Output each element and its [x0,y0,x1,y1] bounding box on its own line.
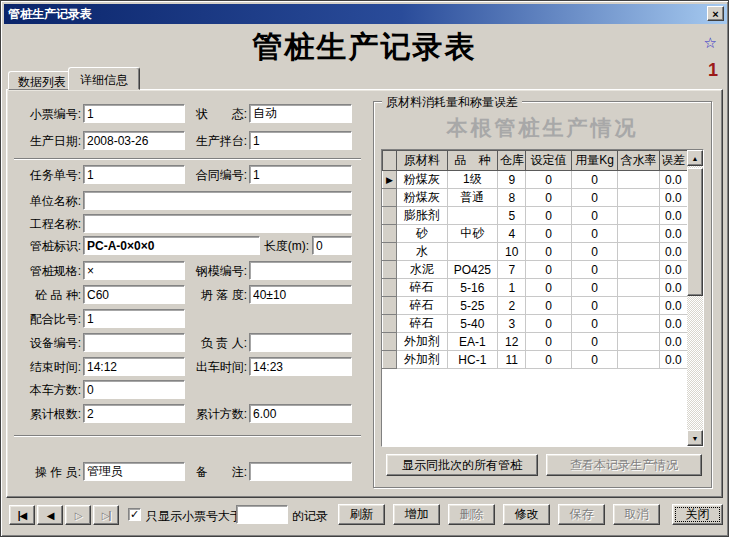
table-cell[interactable]: 0 [571,315,617,333]
table-row[interactable]: 水10000.0 [383,243,688,261]
operator-input[interactable] [83,462,185,481]
table-cell[interactable]: 1级 [447,171,497,189]
tab-detail-info[interactable]: 详细信息 [68,67,140,90]
table-cell[interactable]: 0.0 [659,279,687,297]
column-header[interactable]: 误差 [659,151,687,171]
row-selector[interactable] [383,279,397,297]
table-cell[interactable]: 外加剂 [397,351,447,369]
selected-row-pointer-icon[interactable]: ▶ [383,171,397,189]
table-row[interactable]: 水泥PO4257000.0 [383,261,688,279]
table-cell[interactable]: 0 [571,225,617,243]
refresh-button[interactable]: 刷新 [338,504,385,525]
remark-input[interactable] [249,462,352,481]
filter-value-input[interactable] [236,505,288,524]
scroll-up-button[interactable]: ▲ [687,150,703,166]
table-cell[interactable]: 0 [571,189,617,207]
row-selector[interactable] [383,297,397,315]
table-cell[interactable]: 0 [571,279,617,297]
table-cell[interactable] [618,261,659,279]
table-cell[interactable]: 0 [526,225,571,243]
row-selector[interactable] [383,351,397,369]
table-cell[interactable]: 粉煤灰 [397,189,447,207]
add-button[interactable]: 增加 [393,504,440,525]
end-time-input[interactable] [83,357,185,376]
nav-last-button[interactable]: ▷| [93,505,119,525]
table-cell[interactable]: 4 [498,225,526,243]
view-record-production-button[interactable]: 查看本记录生产情况 [546,454,702,476]
task-no-input[interactable] [83,165,185,184]
table-cell[interactable]: PO425 [447,261,497,279]
column-header[interactable]: 设定值 [526,151,571,171]
project-name-input[interactable] [83,214,352,233]
nav-first-button[interactable]: |◀ [9,505,35,525]
table-cell[interactable]: 12 [498,333,526,351]
concrete-type-input[interactable] [83,285,185,304]
table-cell[interactable]: 10 [498,243,526,261]
scroll-down-button[interactable]: ▼ [687,430,703,446]
table-cell[interactable]: 0.0 [659,171,687,189]
tab-data-list[interactable]: 数据列表 [8,71,76,90]
table-cell[interactable]: 0 [526,279,571,297]
table-cell[interactable]: 0 [571,261,617,279]
mold-no-input[interactable] [249,261,352,280]
table-cell[interactable]: 0 [571,333,617,351]
table-cell[interactable]: HC-1 [447,351,497,369]
table-row[interactable]: 碎石5-403000.0 [383,315,688,333]
mix-station-input[interactable] [249,131,352,150]
column-header[interactable]: 品 种 [447,151,497,171]
table-cell[interactable]: 碎石 [397,279,447,297]
titlebar[interactable]: 管桩生产记录表 × [4,4,727,24]
table-cell[interactable]: 0 [526,333,571,351]
table-cell[interactable] [618,243,659,261]
table-cell[interactable] [618,207,659,225]
pile-spec-input[interactable] [83,261,185,280]
table-cell[interactable]: 5-25 [447,297,497,315]
table-cell[interactable]: 0 [526,189,571,207]
nav-next-button[interactable]: ▷ [65,505,91,525]
table-cell[interactable]: 1 [498,279,526,297]
row-selector[interactable] [383,333,397,351]
table-scrollbar[interactable]: ▲ ▼ [687,150,703,446]
table-cell[interactable]: 粉煤灰 [397,171,447,189]
table-cell[interactable]: 0.0 [659,225,687,243]
table-cell[interactable]: 11 [498,351,526,369]
total-volume-input[interactable] [249,404,352,423]
table-cell[interactable]: 0.0 [659,261,687,279]
table-cell[interactable]: 0 [526,315,571,333]
filter-checkbox[interactable]: ✓ [128,508,141,521]
table-cell[interactable]: 9 [498,171,526,189]
row-selector[interactable] [383,189,397,207]
row-selector[interactable] [383,207,397,225]
table-cell[interactable]: 5-16 [447,279,497,297]
truck-volume-input[interactable] [83,380,185,399]
table-cell[interactable] [618,297,659,315]
total-count-input[interactable] [83,404,185,423]
table-row[interactable]: 碎石5-252000.0 [383,297,688,315]
table-row[interactable]: 外加剂EA-112000.0 [383,333,688,351]
table-row[interactable]: 粉煤灰普通8000.0 [383,189,688,207]
table-cell[interactable]: 0 [526,207,571,225]
responsible-input[interactable] [249,333,352,352]
table-cell[interactable]: 水 [397,243,447,261]
column-header[interactable]: 含水率 [618,151,659,171]
slump-input[interactable] [249,285,352,304]
cancel-button[interactable]: 取消 [613,504,660,525]
table-cell[interactable]: 0 [526,261,571,279]
save-button[interactable]: 保存 [558,504,605,525]
table-row[interactable]: 膨胀剂5000.0 [383,207,688,225]
table-scrollbar-thumb[interactable] [687,168,703,296]
ticket-no-input[interactable] [83,104,185,123]
table-cell[interactable]: 碎石 [397,297,447,315]
close-form-button[interactable]: 关闭 [672,504,723,525]
table-cell[interactable]: 5-40 [447,315,497,333]
prod-date-input[interactable] [83,131,185,150]
table-cell[interactable]: 0.0 [659,189,687,207]
table-cell[interactable]: 0 [571,243,617,261]
table-cell[interactable] [618,279,659,297]
table-cell[interactable]: 0 [571,171,617,189]
table-cell[interactable] [618,351,659,369]
modify-button[interactable]: 修改 [503,504,550,525]
show-same-batch-button[interactable]: 显示同批次的所有管桩 [386,454,538,476]
table-cell[interactable]: 0 [571,297,617,315]
table-cell[interactable]: 0 [526,243,571,261]
